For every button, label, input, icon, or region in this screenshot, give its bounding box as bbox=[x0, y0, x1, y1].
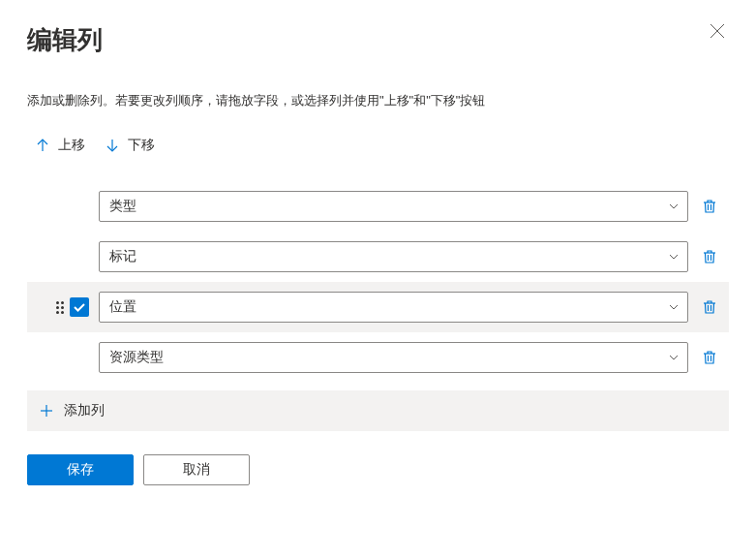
column-dropdown[interactable]: 位置 bbox=[99, 292, 688, 323]
trash-icon bbox=[702, 299, 717, 315]
chevron-down-icon bbox=[668, 251, 680, 263]
move-down-button[interactable]: 下移 bbox=[105, 137, 155, 154]
cancel-button[interactable]: 取消 bbox=[143, 454, 250, 485]
chevron-down-icon bbox=[668, 301, 680, 313]
dropdown-label: 类型 bbox=[109, 198, 136, 215]
row-checkbox[interactable] bbox=[70, 297, 89, 317]
column-dropdown[interactable]: 标记 bbox=[99, 241, 688, 272]
column-dropdown[interactable]: 类型 bbox=[99, 191, 688, 222]
dropdown-label: 资源类型 bbox=[109, 349, 164, 366]
plus-icon bbox=[39, 403, 54, 419]
chevron-down-icon bbox=[668, 352, 680, 363]
columns-list: 类型 标记 bbox=[27, 181, 729, 383]
drag-handle-icon[interactable] bbox=[56, 301, 64, 314]
close-icon bbox=[710, 23, 725, 39]
delete-column-button[interactable] bbox=[698, 195, 721, 218]
arrow-down-icon bbox=[105, 138, 120, 153]
close-button[interactable] bbox=[710, 23, 729, 43]
column-row: 资源类型 bbox=[27, 332, 729, 383]
column-row: 位置 bbox=[27, 282, 729, 332]
trash-icon bbox=[702, 199, 717, 214]
delete-column-button[interactable] bbox=[698, 295, 721, 319]
dropdown-label: 标记 bbox=[109, 248, 136, 265]
checkmark-icon bbox=[73, 300, 86, 314]
delete-column-button[interactable] bbox=[698, 245, 721, 268]
column-dropdown[interactable]: 资源类型 bbox=[99, 342, 688, 373]
column-row: 类型 bbox=[27, 181, 729, 232]
arrow-up-icon bbox=[35, 138, 50, 153]
add-column-button[interactable]: 添加列 bbox=[27, 390, 729, 431]
add-column-label: 添加列 bbox=[64, 402, 105, 419]
chevron-down-icon bbox=[668, 201, 680, 212]
column-row: 标记 bbox=[27, 232, 729, 282]
move-up-button[interactable]: 上移 bbox=[35, 137, 85, 154]
page-title: 编辑列 bbox=[27, 23, 103, 57]
description-text: 添加或删除列。若要更改列顺序，请拖放字段，或选择列并使用"上移"和"下移"按钮 bbox=[27, 92, 729, 109]
delete-column-button[interactable] bbox=[698, 346, 721, 369]
trash-icon bbox=[702, 249, 717, 264]
move-down-label: 下移 bbox=[128, 137, 155, 154]
save-button[interactable]: 保存 bbox=[27, 454, 134, 485]
trash-icon bbox=[702, 350, 717, 365]
dropdown-label: 位置 bbox=[109, 298, 136, 316]
move-up-label: 上移 bbox=[58, 137, 85, 154]
